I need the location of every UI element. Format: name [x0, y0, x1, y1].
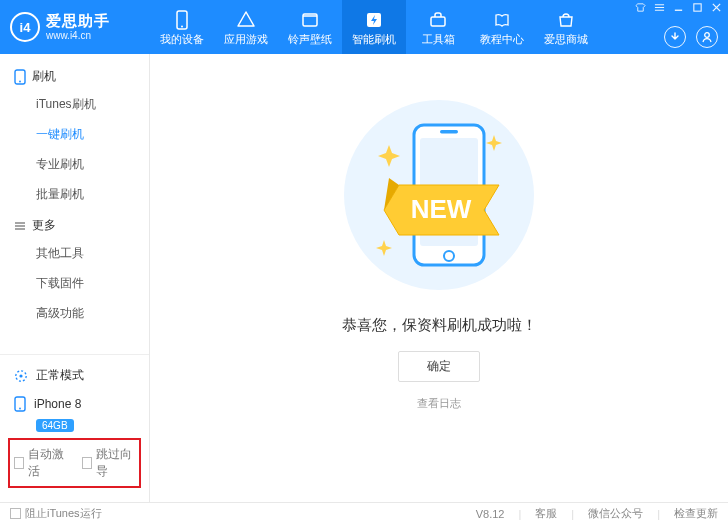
nav-label: 我的设备	[160, 32, 204, 47]
svg-rect-4	[431, 17, 445, 26]
sidebar-group-flash: 刷机	[0, 60, 149, 89]
win-min[interactable]	[673, 2, 684, 15]
nav-store[interactable]: 爱思商城	[534, 0, 598, 54]
phone-icon	[14, 69, 26, 85]
skip-setup-checkbox[interactable]: 跳过向导	[82, 446, 136, 480]
svg-point-1	[181, 25, 183, 27]
sidebar-item-pro-flash[interactable]: 专业刷机	[36, 149, 149, 179]
checkbox-label: 阻止iTunes运行	[25, 506, 102, 521]
nav-tutorial[interactable]: 教程中心	[470, 0, 534, 54]
sidebar-group-more: 更多	[0, 209, 149, 238]
nav-my-device[interactable]: 我的设备	[150, 0, 214, 54]
device-row[interactable]: iPhone 8	[0, 390, 149, 418]
checkbox-icon	[82, 457, 92, 469]
toolbox-icon	[428, 10, 448, 30]
sidebar-item-batch-flash[interactable]: 批量刷机	[36, 179, 149, 209]
mode-label: 正常模式	[36, 367, 84, 384]
nav-label: 应用游戏	[224, 32, 268, 47]
phone-icon	[172, 10, 192, 30]
nav-label: 铃声壁纸	[288, 32, 332, 47]
user-button[interactable]	[696, 26, 718, 48]
wechat-link[interactable]: 微信公众号	[588, 506, 643, 521]
apps-icon	[236, 10, 256, 30]
refresh-dots-icon	[14, 369, 28, 383]
device-name: iPhone 8	[34, 397, 81, 411]
sidebar: 刷机 iTunes刷机 一键刷机 专业刷机 批量刷机 更多 其他工具 下载固件 …	[0, 54, 150, 502]
view-log-link[interactable]: 查看日志	[417, 396, 461, 411]
titlebar: i4 爱思助手 www.i4.cn 我的设备 应用游戏 铃声壁纸	[0, 0, 728, 54]
checkbox-icon	[10, 508, 21, 519]
statusbar: 阻止iTunes运行 V8.12 | 客服 | 微信公众号 | 检查更新	[0, 502, 728, 524]
svg-rect-5	[694, 4, 701, 11]
win-menu[interactable]	[654, 2, 665, 15]
nav-label: 智能刷机	[352, 32, 396, 47]
sidebar-group-label: 更多	[32, 217, 56, 234]
nav-smart-flash[interactable]: 智能刷机	[342, 0, 406, 54]
media-icon	[300, 10, 320, 30]
nav-label: 教程中心	[480, 32, 524, 47]
store-icon	[556, 10, 576, 30]
nav-label: 工具箱	[422, 32, 455, 47]
sidebar-item-one-click-flash[interactable]: 一键刷机	[36, 119, 149, 149]
flash-options: 自动激活 跳过向导	[8, 438, 141, 488]
checkbox-label: 跳过向导	[96, 446, 135, 480]
svg-rect-20	[440, 130, 458, 134]
confirm-button[interactable]: 确定	[398, 351, 480, 382]
sidebar-item-advanced[interactable]: 高级功能	[36, 298, 149, 328]
device-storage-badge: 64GB	[36, 419, 74, 432]
svg-point-12	[19, 408, 21, 410]
phone-icon	[14, 396, 26, 412]
win-skin[interactable]	[635, 2, 646, 15]
sidebar-item-download-fw[interactable]: 下载固件	[36, 268, 149, 298]
sidebar-group-label: 刷机	[32, 68, 56, 85]
nav-app-games[interactable]: 应用游戏	[214, 0, 278, 54]
support-link[interactable]: 客服	[535, 506, 557, 521]
svg-point-10	[19, 374, 22, 377]
svg-point-8	[19, 80, 21, 82]
brand-url: www.i4.cn	[46, 30, 110, 41]
checkbox-label: 自动激活	[28, 446, 67, 480]
checkbox-icon	[14, 457, 24, 469]
svg-point-6	[705, 33, 710, 38]
win-close[interactable]	[711, 2, 722, 15]
new-badge-text: NEW	[411, 194, 472, 224]
device-mode[interactable]: 正常模式	[0, 361, 149, 390]
success-illustration: NEW	[334, 90, 544, 300]
flash-icon	[364, 10, 384, 30]
win-max[interactable]	[692, 2, 703, 15]
download-button[interactable]	[664, 26, 686, 48]
sidebar-item-itunes-flash[interactable]: iTunes刷机	[36, 89, 149, 119]
nav-label: 爱思商城	[544, 32, 588, 47]
brand-logo: i4	[10, 12, 40, 42]
brand-name: 爱思助手	[46, 13, 110, 30]
version-label: V8.12	[476, 508, 505, 520]
auto-activate-checkbox[interactable]: 自动激活	[14, 446, 68, 480]
success-message: 恭喜您，保资料刷机成功啦！	[342, 316, 537, 335]
sidebar-item-other-tools[interactable]: 其他工具	[36, 238, 149, 268]
brand: i4 爱思助手 www.i4.cn	[0, 0, 150, 54]
block-itunes-checkbox[interactable]: 阻止iTunes运行	[10, 506, 102, 521]
nav-toolbox[interactable]: 工具箱	[406, 0, 470, 54]
menu-icon	[14, 220, 26, 232]
nav-ring-wall[interactable]: 铃声壁纸	[278, 0, 342, 54]
check-update-link[interactable]: 检查更新	[674, 506, 718, 521]
book-icon	[492, 10, 512, 30]
content-pane: NEW 恭喜您，保资料刷机成功啦！ 确定 查看日志	[150, 54, 728, 502]
